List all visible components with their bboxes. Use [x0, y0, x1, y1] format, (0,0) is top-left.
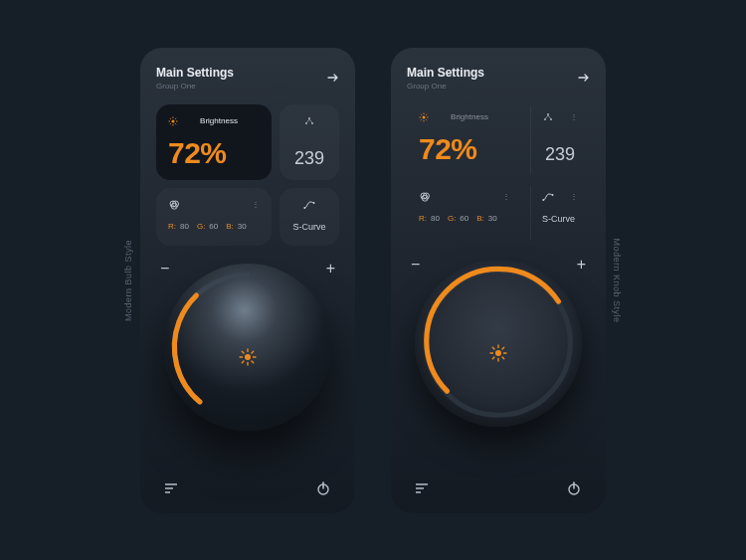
- brightness-tile[interactable]: Brightness 72%: [407, 104, 522, 176]
- menu-icon[interactable]: [415, 482, 431, 494]
- bottom-bar: [156, 477, 339, 499]
- svg-point-10: [305, 122, 307, 124]
- phone-bulb: Main Settings Group One Brightness 72%: [140, 48, 355, 513]
- svg-line-39: [421, 119, 422, 120]
- svg-line-8: [170, 123, 171, 124]
- svg-line-37: [426, 119, 427, 120]
- nodes-icon: [303, 116, 315, 126]
- brightness-icon: [168, 116, 178, 126]
- curve-value: S-Curve: [291, 222, 327, 232]
- secondary-tile[interactable]: 239: [280, 104, 339, 180]
- style-label-left: Modern Bulb Style: [123, 239, 133, 320]
- svg-point-47: [552, 194, 554, 196]
- svg-line-6: [175, 123, 176, 124]
- curve-value: S-Curve: [542, 214, 578, 224]
- secondary-tile[interactable]: ⋮ 239: [530, 104, 590, 176]
- rgb-tile[interactable]: ⋮ R:80 G:60 B:30: [407, 184, 522, 242]
- power-icon[interactable]: [315, 480, 331, 496]
- nodes-icon: [542, 112, 554, 122]
- brightness-icon: [419, 112, 429, 122]
- brightness-label: Brightness: [200, 116, 238, 125]
- brightness-value: 72%: [168, 136, 260, 170]
- more-icon[interactable]: ⋮: [252, 200, 260, 209]
- svg-line-56: [502, 347, 504, 349]
- power-icon[interactable]: [566, 480, 582, 496]
- rgb-icon: [168, 199, 180, 211]
- page-subtitle: Group One: [156, 82, 234, 91]
- brightness-knob[interactable]: [415, 260, 582, 427]
- svg-point-49: [495, 350, 501, 356]
- svg-line-24: [252, 351, 254, 353]
- brightness-label: Brightness: [451, 112, 488, 121]
- svg-line-5: [170, 117, 171, 118]
- brightness-value: 72%: [419, 132, 510, 166]
- more-icon[interactable]: ⋮: [502, 192, 510, 201]
- brightness-knob[interactable]: [164, 264, 331, 431]
- knob-zone: − +: [407, 252, 590, 477]
- svg-line-36: [421, 113, 422, 114]
- phone-knob: Main Settings Group One Brightness 72%: [391, 48, 606, 513]
- forward-arrow-icon[interactable]: [327, 73, 339, 83]
- svg-line-38: [426, 113, 427, 114]
- svg-point-9: [308, 117, 310, 119]
- header: Main Settings Group One: [407, 66, 590, 91]
- svg-point-17: [245, 354, 251, 360]
- page-title: Main Settings: [407, 66, 484, 80]
- svg-line-7: [175, 117, 176, 118]
- page-title: Main Settings: [156, 66, 234, 80]
- rgb-values: R:80 G:60 B:30: [419, 214, 510, 223]
- svg-line-54: [492, 347, 494, 349]
- svg-line-22: [242, 351, 244, 353]
- style-label-right: Modern Knob Style: [611, 238, 621, 322]
- forward-arrow-icon[interactable]: [578, 73, 590, 83]
- svg-line-55: [502, 357, 504, 359]
- sun-icon: [488, 343, 508, 363]
- more-icon[interactable]: ⋮: [570, 192, 578, 201]
- header: Main Settings Group One: [156, 66, 339, 91]
- curve-icon: [303, 200, 315, 210]
- svg-point-15: [303, 207, 305, 209]
- svg-point-41: [544, 118, 546, 120]
- svg-line-23: [252, 361, 254, 363]
- brightness-tile[interactable]: Brightness 72%: [156, 104, 272, 180]
- menu-icon[interactable]: [164, 482, 180, 494]
- curve-tile[interactable]: S-Curve: [280, 188, 339, 246]
- sun-icon: [238, 347, 258, 367]
- svg-line-57: [492, 357, 494, 359]
- curve-icon: [542, 192, 554, 202]
- svg-point-46: [542, 199, 544, 201]
- rgb-tile[interactable]: ⋮ R:80 G:60 B:30: [156, 188, 272, 246]
- tiles-grid: Brightness 72% 239 ⋮: [156, 104, 339, 246]
- svg-point-16: [313, 202, 315, 204]
- svg-point-42: [550, 118, 552, 120]
- svg-point-11: [311, 122, 313, 124]
- bottom-bar: [407, 477, 590, 499]
- curve-tile[interactable]: ⋮ S-Curve: [530, 184, 590, 242]
- page-subtitle: Group One: [407, 82, 484, 91]
- rgb-icon: [419, 191, 431, 203]
- svg-point-40: [547, 113, 549, 115]
- secondary-value: 239: [542, 144, 578, 165]
- knob-zone: − +: [156, 256, 339, 477]
- rgb-values: R:80 G:60 B:30: [168, 222, 260, 231]
- svg-line-25: [242, 361, 244, 363]
- secondary-value: 239: [291, 148, 327, 169]
- svg-point-0: [172, 119, 175, 122]
- more-icon[interactable]: ⋮: [570, 112, 578, 121]
- phones-row: Main Settings Group One Brightness 72%: [140, 48, 606, 513]
- svg-point-31: [423, 115, 426, 118]
- tiles-grid: Brightness 72% ⋮ 239: [407, 104, 590, 242]
